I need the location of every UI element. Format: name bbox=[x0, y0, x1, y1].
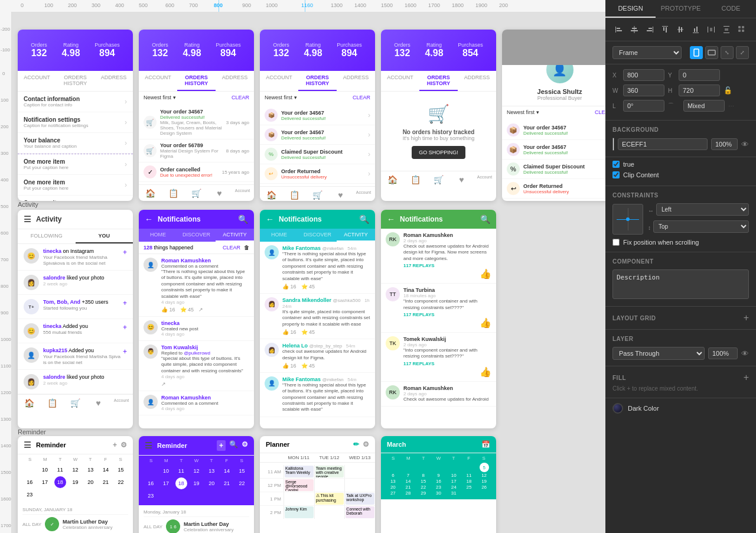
order-item: 🛒 Your order 34567 Delivered successful!… bbox=[139, 106, 254, 139]
blend-mode-select[interactable]: Pass Through Normal Multiply Screen Over… bbox=[612, 347, 705, 360]
layer-visibility-button[interactable]: 👁 bbox=[741, 349, 749, 358]
search-icon[interactable]: 🔍 bbox=[238, 214, 248, 224]
frame-type-select[interactable]: Frame bbox=[612, 46, 682, 59]
background-section: BACKGROUND 👁 bbox=[605, 121, 756, 157]
svg-rect-11 bbox=[666, 27, 667, 32]
hamburger-icon[interactable]: ☰ bbox=[24, 214, 31, 224]
svg-rect-27 bbox=[742, 30, 744, 32]
frame-portrait-button[interactable] bbox=[690, 46, 703, 59]
bg-row: 👁 bbox=[612, 138, 749, 151]
settings-icon[interactable]: ⚙ bbox=[242, 440, 248, 451]
back-arrow-icon[interactable]: ← bbox=[145, 214, 153, 224]
align-right-button[interactable] bbox=[643, 23, 656, 36]
notif-header-green: ← Notifications 🔍 bbox=[381, 210, 496, 229]
activity-item: 😊 tinecka on Instagram Your Facebook fri… bbox=[18, 244, 133, 271]
lock-ratio-button[interactable]: 🔓 bbox=[724, 86, 732, 95]
frames-container: Orders 132 Rating 4.98 Purchases 894 ACC… bbox=[12, 12, 605, 533]
search-icon[interactable]: 🔍 bbox=[229, 440, 238, 451]
layer-section: LAYER Pass Through Normal Multiply Scree… bbox=[605, 330, 756, 366]
align-middle-button[interactable] bbox=[674, 23, 687, 36]
notif-item: RK Roman Kamushken 2 days ago Check out … bbox=[381, 382, 496, 407]
bg-opacity-input[interactable] bbox=[711, 138, 738, 150]
panel-content: Frame ⤡ ⤢ X Y W bbox=[605, 18, 756, 533]
dark-color-row: Dark Color bbox=[605, 398, 756, 418]
profile-card: 👤 Jessica Shultz Professional Buyer bbox=[502, 65, 605, 106]
layer-row: Pass Through Normal Multiply Screen Over… bbox=[612, 347, 749, 360]
svg-rect-18 bbox=[708, 27, 708, 32]
y-input[interactable] bbox=[679, 69, 720, 81]
edit-icon[interactable]: ✏ bbox=[353, 440, 359, 448]
layout-grid-row: LAYOUT GRID + bbox=[612, 313, 749, 323]
align-top-button[interactable] bbox=[659, 23, 672, 36]
bg-visibility-button[interactable]: 👁 bbox=[741, 140, 749, 149]
tab-code[interactable]: CODE bbox=[706, 0, 756, 18]
dark-color-swatch[interactable] bbox=[612, 403, 623, 414]
svg-rect-29 bbox=[708, 50, 715, 55]
notif-count-bar: 128 things happened CLEAR 🗑 bbox=[139, 242, 254, 254]
settings-item-item3[interactable]: One more item Put your caption here › bbox=[18, 196, 133, 201]
vertical-constraint-select[interactable]: Top Bottom Top & Bottom Center Scale bbox=[653, 220, 749, 233]
settings-item-notifications[interactable]: Notification settings Caption for notifi… bbox=[18, 112, 133, 133]
corner-radius-input[interactable] bbox=[683, 100, 725, 112]
order-item: 📦 Your order 34567 Delivered successful!… bbox=[260, 125, 375, 145]
rotation-input[interactable] bbox=[623, 100, 664, 112]
cal-header-1: ☰ Reminder + ⚙ bbox=[18, 436, 133, 454]
settings-item-item1[interactable]: One more item Put your caption here › bbox=[18, 154, 133, 175]
clip-content-checkbox[interactable] bbox=[612, 171, 620, 178]
frame-expand-button[interactable]: ⤢ bbox=[736, 46, 749, 59]
settings-item-balance[interactable]: Your balance Your balance and caption › bbox=[18, 133, 133, 154]
svg-rect-13 bbox=[679, 27, 680, 32]
svg-rect-14 bbox=[681, 27, 682, 32]
march-cal-grid: SMTWTFS 5 6789101112 13141516171819 2021… bbox=[381, 453, 496, 499]
add-fill-button[interactable]: + bbox=[744, 372, 749, 383]
align-bottom-button[interactable] bbox=[689, 23, 702, 36]
w-input[interactable] bbox=[623, 84, 664, 96]
layer-opacity-input[interactable] bbox=[708, 347, 738, 359]
settings-item-contact[interactable]: Contact information Caption for contact … bbox=[18, 92, 133, 112]
add-layout-grid-button[interactable]: + bbox=[744, 313, 749, 323]
bg-color-input[interactable] bbox=[618, 138, 708, 150]
distribute-v-button[interactable] bbox=[720, 23, 733, 36]
go-shopping-button[interactable]: GO SHOPPING! bbox=[412, 146, 465, 159]
component-description[interactable]: Description bbox=[612, 269, 749, 299]
frame-landscape-button[interactable] bbox=[705, 46, 718, 59]
add-icon[interactable]: 📅 bbox=[481, 440, 490, 448]
frame-profile-settings: Orders 132 Rating 4.98 Purchases 894 ACC… bbox=[18, 30, 133, 201]
add-icon[interactable]: + bbox=[217, 440, 226, 451]
svg-rect-22 bbox=[724, 32, 729, 33]
calendar-row-label: Reminder bbox=[18, 428, 46, 436]
distribute-h-button[interactable] bbox=[705, 23, 718, 36]
profile-banner-4: Orders 132 Rating 4.98 Purchases 854 bbox=[381, 30, 496, 71]
fix-position-checkbox[interactable] bbox=[612, 239, 620, 246]
bottom-nav-4: 🏠 📋 🛒 ♥ Account bbox=[381, 171, 496, 187]
notif-list-teal: 👤 Mike Fantomas @mikefan 54m "There is n… bbox=[260, 242, 375, 417]
svg-rect-12 bbox=[677, 30, 683, 30]
frame-activity: ☰ Activity FOLLOWING YOU 😊 tinecka on In… bbox=[18, 210, 133, 428]
horizontal-constraint-select[interactable]: Left Right Left & Right Center Scale bbox=[656, 203, 749, 216]
bg-color-swatch[interactable] bbox=[612, 138, 614, 151]
back-arrow-icon-2[interactable]: ← bbox=[266, 214, 274, 224]
align-center-h-button[interactable] bbox=[628, 23, 641, 36]
tidy-up-button[interactable] bbox=[735, 23, 748, 36]
order-claimed: % Claimed Super Discount Delivered succe… bbox=[260, 145, 375, 164]
profile-bg-image bbox=[502, 30, 605, 65]
svg-rect-6 bbox=[653, 27, 653, 32]
notif-subtabs-purple: HOME DISCOVER ACTIVITY bbox=[139, 229, 254, 242]
settings-icon[interactable]: ⚙ bbox=[120, 441, 127, 449]
canvas-area[interactable]: 0 100 200 300 400 500 600 700 800 900 10… bbox=[0, 0, 605, 533]
show-exports-checkbox[interactable] bbox=[612, 161, 620, 168]
settings-icon[interactable]: ⚙ bbox=[363, 440, 369, 448]
x-input[interactable] bbox=[623, 69, 664, 81]
tab-prototype[interactable]: PROTOTYPE bbox=[656, 0, 706, 18]
frame-resize-button[interactable]: ⤡ bbox=[721, 46, 734, 59]
settings-item-item2[interactable]: One more item Put your caption here › bbox=[18, 175, 133, 196]
search-icon-2[interactable]: 🔍 bbox=[359, 214, 369, 224]
search-icon-3[interactable]: 🔍 bbox=[480, 214, 490, 224]
align-left-button[interactable] bbox=[612, 23, 625, 36]
tab-design[interactable]: DESIGN bbox=[605, 0, 656, 18]
order-item: 📦 Your order 34567 Delivered successful!… bbox=[502, 140, 605, 160]
add-icon[interactable]: + bbox=[113, 441, 117, 449]
corner-individual-button[interactable]: ⋯ bbox=[728, 103, 734, 109]
back-arrow-icon-3[interactable]: ← bbox=[387, 214, 395, 224]
h-input[interactable] bbox=[679, 84, 720, 96]
